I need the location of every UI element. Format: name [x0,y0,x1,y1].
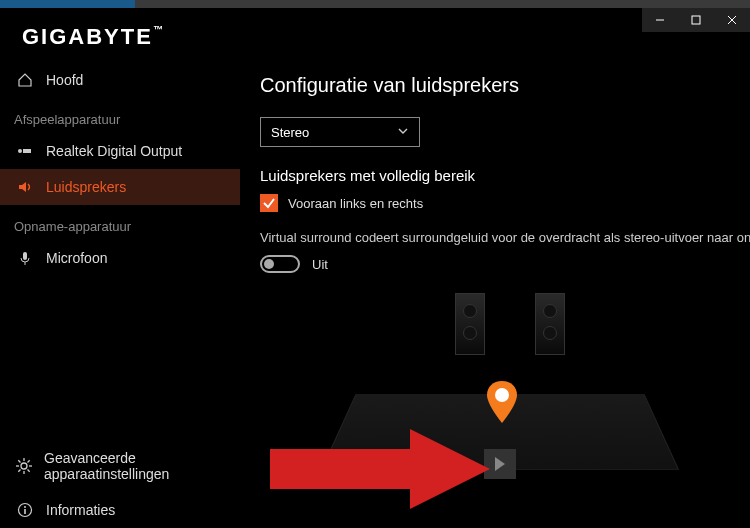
top-frame-accent [0,0,135,8]
minimize-icon [655,15,665,25]
sidebar-item-label: Informaties [46,502,115,518]
sidebar-advanced-settings[interactable]: Geavanceerde apparaatinstellingen [0,440,240,492]
svg-line-15 [28,460,30,462]
brand-logo-text: GIGABYTE [22,24,153,49]
speaker-front-left[interactable] [455,293,485,355]
maximize-button[interactable] [678,8,714,32]
sidebar-item-label: Geavanceerde apparaatinstellingen [44,450,224,482]
brand-logo: GIGABYTE™ [22,24,165,50]
maximize-icon [691,15,701,25]
select-value: Stereo [271,125,309,140]
svg-line-14 [28,470,30,472]
home-icon [16,72,34,88]
virtual-surround-toggle[interactable] [260,255,300,273]
listener-pin-icon [487,381,517,423]
virtual-surround-toggle-row: Uit [260,255,750,273]
play-icon [495,457,505,471]
svg-rect-5 [23,149,31,153]
window-controls [642,8,750,32]
sidebar-item-label: Hoofd [46,72,83,88]
speaker-front-right[interactable] [535,293,565,355]
info-icon [16,502,34,518]
full-range-heading: Luidsprekers met volledig bereik [260,167,750,184]
virtual-surround-description: Virtual surround codeert surroundgeluid … [260,230,750,245]
svg-point-4 [18,149,22,153]
sidebar-item-speakers[interactable]: Luidsprekers [0,169,240,205]
main-content: Configuratie van luidsprekers Stereo Lui… [260,74,750,503]
svg-rect-1 [692,16,700,24]
sidebar-item-microphone[interactable]: Microfoon [0,240,240,276]
svg-point-18 [24,506,26,508]
chevron-down-icon [397,125,409,140]
speaker-config-select[interactable]: Stereo [260,117,420,147]
digital-output-icon [16,146,34,156]
sidebar-item-label: Luidsprekers [46,179,126,195]
check-icon [262,196,276,210]
svg-rect-19 [24,509,26,514]
gear-icon [16,458,32,474]
toggle-state-label: Uit [312,257,328,272]
sidebar-item-digital-output[interactable]: Realtek Digital Output [0,133,240,169]
toggle-knob [264,259,274,269]
speaker-icon [16,179,34,195]
front-lr-checkbox[interactable] [260,194,278,212]
svg-point-8 [21,463,27,469]
play-test-button[interactable] [484,449,516,479]
sidebar-info[interactable]: Informaties [0,492,240,528]
close-button[interactable] [714,8,750,32]
svg-line-16 [18,470,20,472]
speaker-layout-stage [260,293,740,503]
sidebar-item-label: Microfoon [46,250,107,266]
sidebar: Hoofd Afspeelapparatuur Realtek Digital … [0,62,240,528]
sidebar-section-playback: Afspeelapparatuur [0,98,240,133]
minimize-button[interactable] [642,8,678,32]
close-icon [727,15,737,25]
front-lr-row: Vooraan links en rechts [260,194,750,212]
top-frame [0,0,750,8]
svg-point-20 [495,388,509,402]
page-title: Configuratie van luidsprekers [260,74,750,97]
sidebar-home[interactable]: Hoofd [0,62,240,98]
svg-line-13 [18,460,20,462]
svg-rect-6 [23,252,27,260]
checkbox-label: Vooraan links en rechts [288,196,423,211]
sidebar-item-label: Realtek Digital Output [46,143,182,159]
microphone-icon [16,250,34,266]
sidebar-section-record: Opname-apparatuur [0,205,240,240]
